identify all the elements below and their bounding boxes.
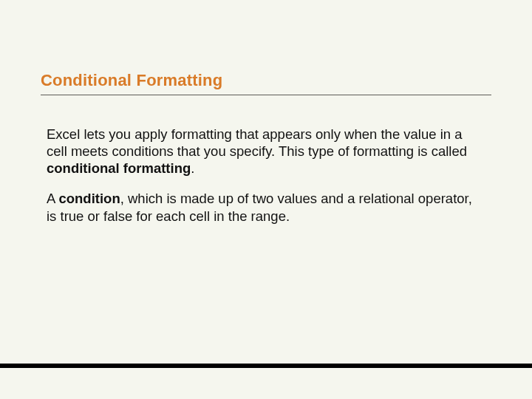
paragraph-2: A condition, which is made up of two val… bbox=[47, 190, 485, 224]
bottom-divider bbox=[0, 364, 532, 368]
slide-body: Excel lets you apply formatting that app… bbox=[47, 126, 485, 225]
slide-title: Conditional Formatting bbox=[41, 71, 491, 90]
p2-text-1: A bbox=[47, 191, 58, 206]
p1-text-1: Excel lets you apply formatting that app… bbox=[47, 126, 467, 159]
p1-bold-1: conditional formatting bbox=[47, 160, 191, 176]
slide: Conditional Formatting Excel lets you ap… bbox=[0, 0, 532, 399]
p2-bold-1: condition bbox=[58, 191, 120, 206]
paragraph-1: Excel lets you apply formatting that app… bbox=[47, 126, 485, 177]
title-container: Conditional Formatting bbox=[41, 71, 491, 95]
p1-text-2: . bbox=[191, 160, 194, 176]
